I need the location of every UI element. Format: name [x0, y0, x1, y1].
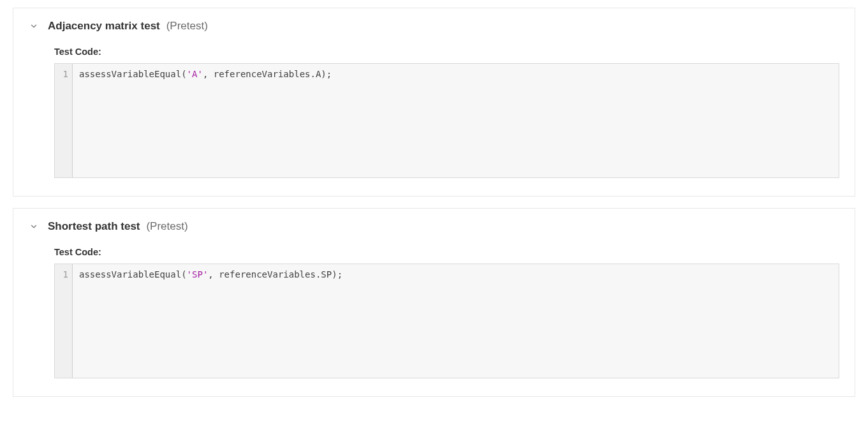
code-token-punc: , — [208, 269, 219, 279]
code-token-fn: assessVariableEqual — [79, 69, 181, 79]
code-label: Test Code: — [54, 47, 839, 57]
chevron-down-icon[interactable] — [29, 21, 39, 31]
test-header: Adjacency matrix test (Pretest) — [29, 20, 839, 33]
code-content: assessVariableEqual('A', referenceVariab… — [73, 64, 338, 177]
code-block[interactable]: 1 assessVariableEqual('A', referenceVari… — [54, 63, 839, 178]
code-token-string-quote: ' — [187, 269, 192, 279]
chevron-down-icon[interactable] — [29, 221, 39, 232]
line-number: 1 — [55, 68, 68, 82]
test-panel: Shortest path test (Pretest) Test Code: … — [13, 208, 855, 397]
code-token-punc: ); — [332, 269, 342, 279]
line-number: 1 — [55, 268, 68, 282]
code-label: Test Code: — [54, 247, 839, 257]
test-title: Shortest path test — [48, 220, 140, 232]
code-token-fn: assessVariableEqual — [79, 269, 181, 279]
line-number-gutter: 1 — [55, 264, 73, 378]
code-token-punc: ( — [181, 69, 186, 79]
test-tag: (Pretest) — [166, 20, 208, 32]
code-token-string: SP — [192, 269, 203, 279]
line-number-gutter: 1 — [55, 64, 73, 177]
code-token-punc: ( — [181, 269, 186, 279]
code-token-punc: ); — [321, 69, 332, 79]
code-token-id: referenceVariables.A — [214, 69, 321, 79]
code-token-id: referenceVariables.SP — [219, 269, 332, 279]
code-token-punc: , — [203, 69, 214, 79]
code-content: assessVariableEqual('SP', referenceVaria… — [73, 264, 349, 378]
test-panel: Adjacency matrix test (Pretest) Test Cod… — [13, 8, 855, 197]
code-token-string-quote: ' — [197, 69, 202, 79]
code-token-string-quote: ' — [187, 69, 192, 79]
test-header: Shortest path test (Pretest) — [29, 220, 839, 233]
test-title: Adjacency matrix test — [48, 20, 160, 32]
code-block[interactable]: 1 assessVariableEqual('SP', referenceVar… — [54, 264, 839, 378]
test-tag: (Pretest) — [146, 220, 188, 232]
